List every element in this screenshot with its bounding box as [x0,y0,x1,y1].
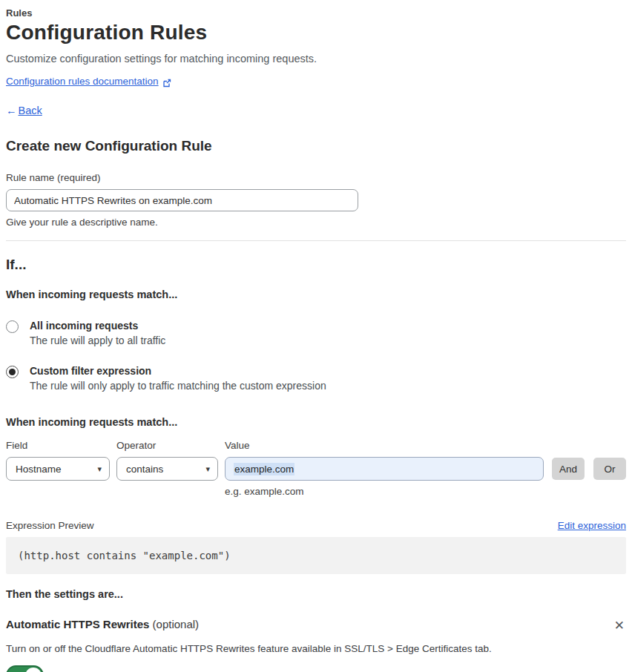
if-heading: If... [6,257,626,273]
expression-preview-label: Expression Preview [6,520,94,531]
radio-unchecked-icon[interactable] [6,320,19,333]
documentation-link[interactable]: Configuration rules documentation [6,76,159,87]
setting-title-text: Automatic HTTPS Rewrites [6,618,149,630]
radio-option-description: The rule will only apply to traffic matc… [30,380,326,392]
field-select[interactable]: Hostname ▾ [6,457,110,481]
rule-name-input[interactable] [6,189,358,211]
radio-option-label: Custom filter expression [30,365,326,377]
and-button[interactable]: And [552,458,585,480]
close-icon[interactable]: ✕ [613,618,626,633]
radio-option-custom-filter[interactable]: Custom filter expression The rule will o… [6,365,626,392]
rule-name-help: Give your rule a descriptive name. [6,217,626,228]
radio-option-label: All incoming requests [30,320,165,332]
setting-optional-text: (optional) [149,618,199,630]
operator-select-value: contains [126,464,163,475]
chevron-down-icon: ▾ [97,464,102,474]
toggle-knob [25,668,42,672]
operator-select[interactable]: contains ▾ [116,457,218,481]
operator-column-label: Operator [116,440,225,451]
setting-description: Turn on or off the Cloudflare Automatic … [6,643,626,654]
chevron-down-icon: ▾ [205,464,210,474]
page-subtitle: Customize configuration settings for mat… [6,53,626,65]
back-link[interactable]: Back [19,105,42,116]
field-column-label: Field [6,440,116,451]
value-example-help: e.g. example.com [225,486,626,497]
page-title: Configuration Rules [6,21,626,45]
value-input-text: example.com [234,463,294,475]
external-link-icon [162,77,171,86]
value-input[interactable]: example.com [225,457,544,481]
breadcrumb: Rules [6,7,626,19]
edit-expression-link[interactable]: Edit expression [558,520,626,531]
radio-option-description: The rule will apply to all traffic [30,335,165,346]
expression-code-block: (http.host contains "example.com") [6,537,626,574]
back-button[interactable]: ← Back [6,105,626,116]
back-arrow-icon: ← [6,105,17,116]
https-rewrites-toggle[interactable]: ✓ [6,665,44,672]
rule-name-label: Rule name (required) [6,172,626,183]
radio-option-all-requests[interactable]: All incoming requests The rule will appl… [6,320,626,346]
incoming-match-label: When incoming requests match... [6,289,626,300]
create-rule-heading: Create new Configuration Rule [6,138,626,154]
radio-checked-icon[interactable] [6,366,19,378]
field-select-value: Hostname [16,464,62,475]
section-divider [6,240,626,241]
then-settings-label: Then the settings are... [6,588,626,600]
value-column-label: Value [225,440,250,451]
or-button[interactable]: Or [593,458,626,480]
builder-match-label: When incoming requests match... [6,416,626,428]
setting-title: Automatic HTTPS Rewrites (optional) [6,618,199,630]
